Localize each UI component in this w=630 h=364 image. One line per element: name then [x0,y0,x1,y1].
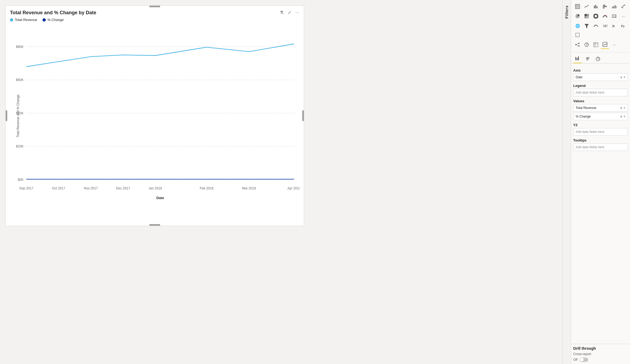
chart-type-funnel-icon[interactable] [582,22,591,30]
fields-section: Axis Date ∨ × Legend Add data fields her… [571,63,630,344]
svg-text:?: ? [586,43,588,46]
y2-section-label: Y2 [573,123,628,127]
chart-type-card-icon[interactable]: 123 [610,12,618,20]
chart-area: Total Revenue and % Change $80K $60K $40… [10,24,300,207]
tab-fields[interactable] [573,55,582,63]
y2-drop-area[interactable]: Add data fields here [573,128,628,136]
resize-handle-top[interactable] [149,6,160,7]
chart-type-icons-row-4: ? ··· [573,40,628,49]
y2-placeholder: Add data fields here [576,130,604,134]
svg-text:Nov 2017: Nov 2017 [84,186,98,190]
toggle-track[interactable] [580,358,588,362]
chart-type-number-icon[interactable]: 123 [601,22,609,30]
chart-type-table-icon[interactable] [573,2,582,11]
chart-type-speedometer-icon[interactable] [592,22,600,30]
chart-type-custom-icon[interactable]: ... [573,31,582,39]
svg-text:R: R [612,24,615,28]
cross-report-label: Cross-report [573,352,628,356]
svg-rect-69 [586,58,589,59]
chart-type-python-icon[interactable]: Py [619,22,628,30]
chart-type-gauge-icon[interactable] [601,12,609,20]
chart-type-active-viz-icon[interactable] [601,40,609,49]
svg-rect-24 [594,6,595,8]
svg-rect-53 [578,45,579,47]
svg-rect-26 [597,6,597,8]
tab-analytics[interactable] [594,55,602,63]
legend-section-label: Legend [573,84,628,88]
resize-handle-right[interactable] [302,110,304,121]
axis-label: Axis [573,68,628,72]
values-field-1-label: Total Revenue [576,106,596,110]
svg-text:123: 123 [603,24,607,27]
legend-drop-area[interactable]: Add data fields here [573,89,628,96]
chart-type-decomp-icon[interactable] [573,40,582,49]
chart-type-qna-icon[interactable]: ? [582,40,591,49]
chart-type-area-icon[interactable] [610,2,618,11]
chart-svg: $80K $60K $40K $20K $0K [10,24,300,207]
svg-text:$20K: $20K [16,144,24,148]
chart-type-bar-icon[interactable] [592,2,600,11]
chart-type-scatter-icon[interactable] [619,2,628,11]
svg-text:Feb 2018: Feb 2018 [200,186,214,190]
axis-expand-icon[interactable]: ∨ [620,75,622,79]
expand-button[interactable]: ⤢ [287,9,292,16]
chart-type-column-icon[interactable] [601,2,609,11]
viz-panel: 123 ··· 🌐 123 R Py [571,0,630,364]
total-revenue-line [26,44,294,66]
svg-marker-44 [585,24,589,28]
svg-text:Oct 2017: Oct 2017 [52,186,65,190]
chart-type-globe-icon[interactable]: 🌐 [573,22,582,30]
legend-dot-revenue [10,18,13,22]
resize-handle-left[interactable] [6,110,7,121]
svg-rect-35 [585,14,587,16]
values-field-2[interactable]: % Change ∨ × [573,113,628,120]
svg-line-55 [576,45,578,46]
filter-button[interactable]: ⚗ [279,9,284,16]
legend-placeholder: Add data fields here [576,91,604,94]
chart-type-matrix-icon[interactable] [592,40,600,49]
chart-type-treemap-icon[interactable] [582,12,591,20]
chart-type-r-icon[interactable]: R [610,22,618,30]
axis-field[interactable]: Date ∨ × [573,73,628,81]
legend-dot-pct [43,18,46,22]
svg-text:Jan 2018: Jan 2018 [149,186,162,190]
values-2-expand-icon[interactable]: ∨ [620,115,622,118]
svg-text:$60K: $60K [16,78,24,82]
svg-point-40 [595,15,597,17]
values-2-remove-icon[interactable]: × [624,115,625,118]
chart-type-line-icon[interactable] [582,2,591,11]
values-1-expand-icon[interactable]: ∨ [620,106,622,110]
svg-text:Apr 2018: Apr 2018 [287,186,300,190]
tooltips-drop-area[interactable]: Add data fields here [573,143,628,151]
svg-line-62 [603,44,604,45]
svg-rect-36 [587,14,589,16]
svg-rect-37 [585,17,586,18]
legend-total-revenue: Total Revenue [10,18,37,22]
svg-rect-65 [575,57,576,60]
svg-line-63 [604,44,606,45]
values-1-remove-icon[interactable]: × [624,106,625,110]
svg-rect-29 [603,8,605,8]
svg-rect-58 [594,43,598,47]
tab-format[interactable] [583,55,592,63]
chart-type-donut-icon[interactable] [592,12,600,20]
svg-text:123: 123 [613,15,616,17]
svg-point-33 [624,5,625,6]
more-button[interactable]: ··· [294,10,300,16]
chart-type-more2-icon[interactable]: ··· [610,40,618,49]
resize-handle-bottom[interactable] [149,224,160,226]
svg-rect-52 [578,43,579,44]
axis-remove-icon[interactable]: × [624,75,625,79]
legend-pct-change: % Change [43,18,64,22]
chart-type-pie-icon[interactable] [573,12,582,20]
svg-text:Mar 2018: Mar 2018 [242,186,256,190]
svg-text:...: ... [576,34,578,37]
filters-sidebar: Filters [562,0,571,364]
chart-type-more-icon[interactable]: ··· [619,12,628,20]
svg-rect-68 [586,57,589,58]
svg-rect-61 [603,42,607,47]
values-field-1[interactable]: Total Revenue ∨ × [573,104,628,112]
chart-card: ⚗ ⤢ ··· Total Revenue and % Change by Da… [5,5,304,226]
svg-point-34 [622,8,623,8]
svg-text:Date: Date [156,196,164,200]
